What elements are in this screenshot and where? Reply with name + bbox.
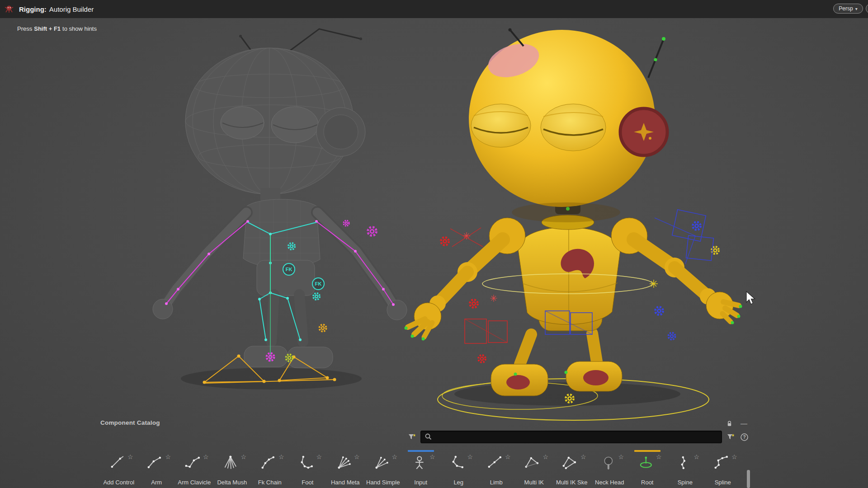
gear-control-icon <box>320 325 326 332</box>
favorite-star-icon[interactable]: ☆ <box>241 454 246 460</box>
filter-settings-icon[interactable] <box>726 432 736 442</box>
favorite-star-icon[interactable]: ☆ <box>505 454 511 460</box>
gear-control-icon <box>669 333 675 340</box>
favorite-star-icon[interactable]: ☆ <box>278 454 284 460</box>
component-icon <box>373 455 391 471</box>
favorite-star-icon[interactable]: ☆ <box>693 454 699 460</box>
top-bar: Rigging: Autorig Builder Persp No <box>0 0 868 18</box>
component-icon <box>222 455 240 471</box>
search-field[interactable] <box>420 431 722 443</box>
component-icon <box>448 455 466 471</box>
app-root: FK FK <box>0 0 868 488</box>
component-label: Spline <box>704 479 742 486</box>
catalog-item-root[interactable]: ☆ Root <box>628 450 666 488</box>
mode-value: Autorig Builder <box>49 5 94 13</box>
catalog-scrollbar[interactable] <box>747 470 750 488</box>
favorite-star-icon[interactable]: ☆ <box>429 454 435 460</box>
gear-control-icon <box>478 355 486 362</box>
gear-control-icon <box>344 221 349 226</box>
catalog-item-arm-clavicle[interactable]: ☆ Arm Clavicle <box>175 450 213 488</box>
component-label: Spine <box>666 479 704 486</box>
catalog-item-add-control[interactable]: ☆ Add Control <box>100 450 138 488</box>
shaded-robot[interactable] <box>405 28 742 421</box>
selection-bar <box>408 450 434 452</box>
component-icon <box>675 455 693 471</box>
catalog-item-spline[interactable]: ☆ Spline <box>704 450 742 488</box>
component-icon <box>410 455 429 471</box>
fk-badge[interactable]: FK <box>312 278 324 290</box>
hint-prefix: Press <box>17 25 32 32</box>
component-icon <box>108 455 127 471</box>
component-icon <box>637 455 655 471</box>
help-icon[interactable]: ? <box>739 432 749 442</box>
component-label: Leg <box>440 479 478 486</box>
favorite-star-icon[interactable]: ☆ <box>127 454 133 460</box>
catalog-item-multi-ik-ske[interactable]: ☆ Multi IK Ske <box>553 450 591 488</box>
fk-badge-label: FK <box>286 267 292 272</box>
svg-text:?: ? <box>743 435 745 440</box>
catalog-item-spine[interactable]: ☆ Spine <box>666 450 704 488</box>
catalog-item-neck-head[interactable]: ☆ Neck Head <box>591 450 629 488</box>
favorite-star-icon[interactable]: ☆ <box>580 454 586 460</box>
selection-bar <box>634 450 660 452</box>
catalog-item-fk-chain[interactable]: ☆ Fk Chain <box>251 450 289 488</box>
component-icon <box>146 455 164 471</box>
component-icon <box>297 455 315 471</box>
component-icon <box>184 455 202 471</box>
catalog-item-limb[interactable]: ☆ Limb <box>477 450 515 488</box>
lock-icon[interactable] <box>724 418 734 428</box>
favorite-star-icon[interactable]: ☆ <box>731 454 737 460</box>
component-label: Foot <box>289 479 327 486</box>
favorite-star-icon[interactable]: ☆ <box>354 454 360 460</box>
component-icon <box>712 455 731 471</box>
gear-control-icon <box>655 307 663 314</box>
favorite-star-icon[interactable]: ☆ <box>203 454 209 460</box>
catalog-item-hand-simple[interactable]: ☆ Hand Simple <box>364 450 402 488</box>
chevron-down-icon <box>855 5 858 12</box>
fk-badge-label: FK <box>315 281 322 286</box>
favorite-star-icon[interactable]: ☆ <box>316 454 322 460</box>
hint-suffix: to show hints <box>62 25 97 32</box>
component-icon <box>561 455 580 471</box>
wireframe-robot[interactable] <box>153 29 407 389</box>
component-label: Limb <box>477 479 515 486</box>
component-label: Arm Clavicle <box>175 479 213 486</box>
component-label: Input <box>402 479 440 486</box>
filter-favorites-icon[interactable] <box>407 432 417 442</box>
gear-control-icon <box>470 300 477 307</box>
favorite-star-icon[interactable]: ☆ <box>618 454 624 460</box>
camera-selector-button[interactable]: Persp <box>833 4 863 14</box>
catalog-item-hand-meta[interactable]: ☆ Hand Meta <box>326 450 364 488</box>
catalog-item-foot[interactable]: ☆ Foot <box>289 450 327 488</box>
viewport-3d[interactable]: FK FK <box>0 0 868 488</box>
component-label: Hand Meta <box>326 479 364 486</box>
catalog-item-arm[interactable]: ☆ Arm <box>138 450 176 488</box>
fk-badge[interactable]: FK <box>283 263 295 275</box>
favorite-star-icon[interactable]: ☆ <box>656 454 662 460</box>
component-label: Root <box>628 479 666 486</box>
camera-selector-button-2[interactable]: No <box>866 4 868 14</box>
component-label: Add Control <box>100 479 138 486</box>
component-label: Fk Chain <box>251 479 289 486</box>
component-label: Neck Head <box>591 479 629 486</box>
favorite-star-icon[interactable]: ☆ <box>392 454 397 460</box>
catalog-items: ☆ Add Control ☆ Arm ☆ Arm Clavicle ☆ Del… <box>100 450 742 488</box>
minimize-panel-icon[interactable]: — <box>741 420 747 427</box>
component-icon <box>259 455 278 471</box>
catalog-item-delta-mush[interactable]: ☆ Delta Mush <box>213 450 251 488</box>
catalog-item-leg[interactable]: ☆ Leg <box>440 450 478 488</box>
catalog-item-multi-ik[interactable]: ☆ Multi IK <box>515 450 553 488</box>
catalog-item-input[interactable]: ☆ Input <box>402 450 440 488</box>
component-catalog-title: Component Catalog <box>100 419 160 426</box>
favorite-star-icon[interactable]: ☆ <box>467 454 473 460</box>
component-icon <box>599 455 617 471</box>
favorite-star-icon[interactable]: ☆ <box>165 454 171 460</box>
camera-selector-label: Persp <box>839 5 853 12</box>
component-label: Multi IK Ske <box>553 479 591 486</box>
component-label: Multi IK <box>515 479 553 486</box>
gear-control-icon <box>441 237 448 245</box>
component-icon <box>524 455 542 471</box>
search-input[interactable] <box>421 431 722 443</box>
hint-shortcut: Shift + F1 <box>34 25 61 32</box>
favorite-star-icon[interactable]: ☆ <box>542 454 548 460</box>
